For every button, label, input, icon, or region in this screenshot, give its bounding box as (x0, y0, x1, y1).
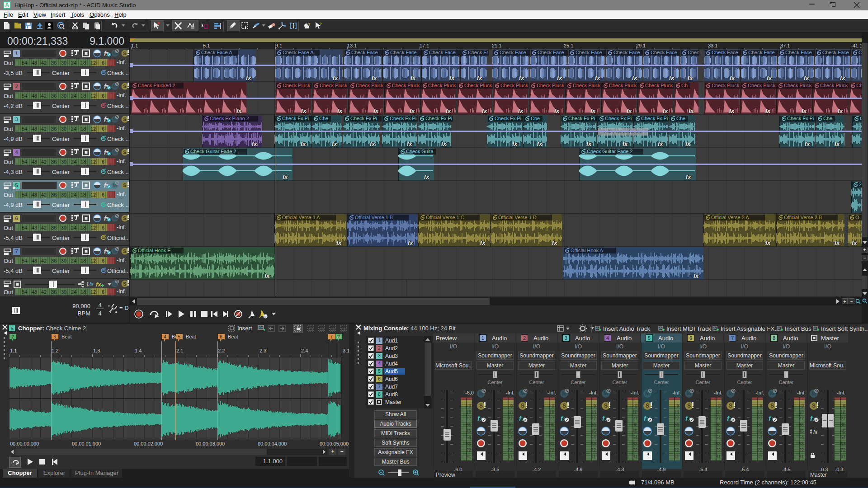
svg-text:72: 72 (549, 448, 555, 453)
svg-text:27: 27 (757, 416, 763, 421)
svg-text:63: 63 (632, 441, 638, 446)
svg-text:45: 45 (549, 429, 555, 434)
svg-text:f: f (727, 414, 730, 422)
svg-text:9: 9 (676, 404, 679, 408)
svg-text:9: 9 (593, 404, 596, 408)
svg-text:9: 9 (760, 404, 762, 408)
svg-text:f: f (561, 414, 564, 422)
svg-text:81: 81 (632, 454, 638, 459)
svg-text:54: 54 (466, 435, 472, 440)
svg-text:45: 45 (799, 429, 804, 434)
svg-text:72: 72 (840, 448, 846, 453)
svg-text:54: 54 (840, 435, 846, 440)
svg-text:72: 72 (799, 448, 804, 453)
svg-text:45: 45 (674, 429, 679, 434)
svg-text:27: 27 (466, 416, 472, 421)
svg-text:9: 9 (510, 404, 513, 408)
svg-text:9: 9 (552, 404, 554, 408)
svg-text:18: 18 (674, 410, 679, 415)
svg-text:63: 63 (674, 441, 679, 446)
svg-text:18: 18 (549, 410, 555, 415)
svg-text:81: 81 (757, 454, 763, 459)
svg-text:S: S (646, 403, 649, 409)
svg-text:45: 45 (757, 429, 763, 434)
svg-text:27: 27 (508, 416, 513, 421)
svg-text:18: 18 (799, 410, 804, 415)
svg-text:81: 81 (840, 454, 846, 459)
svg-text:18: 18 (757, 410, 763, 415)
svg-text:27: 27 (632, 416, 638, 421)
svg-text:54: 54 (591, 435, 596, 440)
svg-text:18: 18 (716, 410, 721, 415)
svg-text:f: f (769, 414, 772, 422)
svg-text:S: S (562, 403, 566, 409)
svg-text:36: 36 (508, 422, 513, 427)
svg-text:45: 45 (632, 429, 638, 434)
svg-text:9: 9 (468, 404, 471, 408)
svg-text:81: 81 (466, 454, 472, 459)
svg-text:72: 72 (716, 448, 721, 453)
svg-text:36: 36 (840, 422, 846, 427)
svg-text:45: 45 (716, 429, 721, 434)
svg-text:M: M (562, 390, 566, 397)
svg-text:27: 27 (549, 416, 555, 421)
svg-text:36: 36 (799, 422, 804, 427)
svg-text:72: 72 (466, 448, 472, 453)
svg-text:72: 72 (757, 448, 763, 453)
svg-text:36: 36 (674, 422, 679, 427)
svg-text:63: 63 (591, 441, 596, 446)
svg-text:36: 36 (591, 422, 596, 427)
svg-text:63: 63 (508, 441, 513, 446)
svg-text:S: S (729, 403, 732, 409)
svg-text:M: M (604, 390, 608, 397)
svg-text:f: f (644, 414, 647, 422)
svg-text:M: M (811, 390, 816, 397)
svg-text:36: 36 (757, 422, 763, 427)
svg-text:M: M (770, 390, 774, 397)
svg-text:27: 27 (716, 416, 721, 421)
svg-text:54: 54 (508, 435, 513, 440)
svg-text:54: 54 (716, 435, 721, 440)
svg-text:81: 81 (549, 454, 555, 459)
svg-text:45: 45 (508, 429, 513, 434)
svg-text:9: 9 (843, 404, 845, 408)
svg-text:45: 45 (591, 429, 596, 434)
svg-text:27: 27 (674, 416, 679, 421)
svg-text:81: 81 (508, 454, 513, 459)
svg-text:18: 18 (466, 410, 472, 415)
svg-text:f: f (602, 414, 605, 422)
svg-text:27: 27 (840, 416, 846, 421)
svg-text:18: 18 (591, 410, 596, 415)
svg-text:S: S (687, 403, 691, 409)
svg-text:72: 72 (674, 448, 679, 453)
svg-text:9: 9 (718, 404, 721, 408)
svg-text:54: 54 (757, 435, 763, 440)
svg-text:M: M (687, 390, 691, 397)
svg-text:81: 81 (591, 454, 596, 459)
svg-text:S: S (521, 403, 524, 409)
svg-text:63: 63 (466, 441, 472, 446)
svg-text:63: 63 (799, 441, 804, 446)
svg-text:9: 9 (801, 404, 804, 408)
svg-text:M: M (645, 390, 650, 397)
svg-text:27: 27 (591, 416, 596, 421)
svg-text:S: S (604, 403, 608, 409)
svg-text:72: 72 (508, 448, 513, 453)
svg-text:45: 45 (466, 429, 472, 434)
svg-text:63: 63 (549, 441, 555, 446)
svg-text:M: M (728, 390, 733, 397)
svg-text:18: 18 (508, 410, 513, 415)
svg-text:54: 54 (674, 435, 679, 440)
svg-text:81: 81 (716, 454, 721, 459)
svg-text:f: f (477, 414, 481, 422)
svg-text:54: 54 (799, 435, 804, 440)
svg-text:M: M (520, 390, 525, 397)
svg-text:72: 72 (591, 448, 596, 453)
svg-text:f: f (685, 414, 689, 422)
svg-text:27: 27 (799, 416, 804, 421)
svg-text:9: 9 (635, 404, 637, 408)
svg-text:63: 63 (716, 441, 721, 446)
svg-text:f: f (519, 414, 522, 422)
svg-text:63: 63 (840, 441, 846, 446)
svg-text:S: S (479, 403, 483, 409)
